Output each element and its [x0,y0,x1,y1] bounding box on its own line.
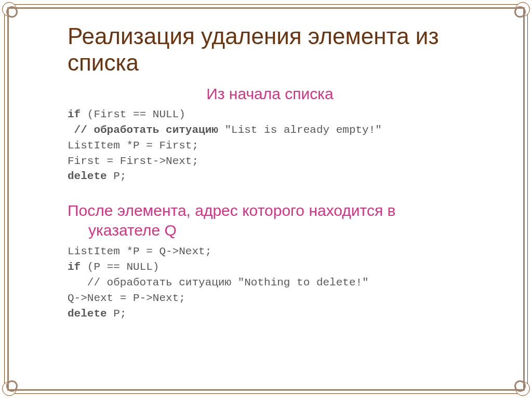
slide-title: Реализация удаления элемента из списка [68,23,472,76]
section2-heading: После элемента, адрес которого находится… [68,201,472,240]
section2-heading-line1: После элемента, адрес которого находится… [68,202,396,219]
section2-heading-line2: указателе Q [68,221,472,240]
code-block-2: ListItem *P = Q->Next; if (P == NULL) //… [68,244,472,321]
code-block-1: if (First == NULL) // обработать ситуаци… [68,107,472,184]
section1-heading: Из начала списка [68,85,472,103]
slide-content: Реализация удаления элемента из списка И… [10,10,522,388]
